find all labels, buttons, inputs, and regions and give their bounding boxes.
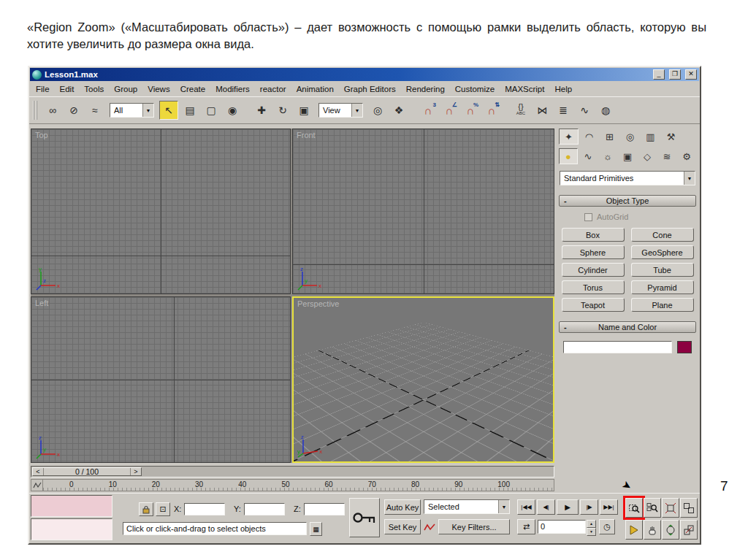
select-object-icon[interactable]: ↖ (159, 101, 178, 120)
track-bar[interactable]: 0 10 20 30 40 50 60 70 80 90 100 (31, 479, 554, 491)
object-color-swatch[interactable] (677, 341, 692, 353)
mirror-icon[interactable]: ⋈ (533, 101, 552, 120)
reference-coordinate-dropdown[interactable]: View ▼ (318, 103, 363, 118)
time-spinner[interactable]: ▲ ▼ (587, 520, 596, 536)
field-of-view-button[interactable] (625, 520, 643, 540)
tab-hierarchy-icon[interactable]: ⊞ (600, 129, 619, 145)
name-and-color-rollout[interactable]: - Name and Color (559, 321, 696, 333)
chevron-down-icon[interactable]: ▼ (684, 172, 695, 185)
mini-curve-editor-icon[interactable] (31, 480, 43, 491)
use-pivot-center-icon[interactable]: ◎ (368, 101, 387, 120)
auto-key-button[interactable]: Auto Key (384, 499, 421, 515)
x-coordinate-field[interactable] (184, 503, 225, 515)
menu-views[interactable]: Views (148, 85, 169, 93)
pyramid-button[interactable]: Pyramid (631, 280, 694, 294)
select-and-rotate-icon[interactable]: ↻ (273, 101, 292, 120)
subtab-lights-icon[interactable]: ☼ (598, 148, 617, 164)
autogrid-checkbox[interactable] (584, 213, 592, 221)
set-keys-key-button[interactable] (349, 498, 380, 537)
maxscript-listener-white[interactable] (31, 518, 112, 540)
menu-maxscript[interactable]: MAXScript (505, 85, 544, 93)
tab-utilities-icon[interactable]: ⚒ (661, 129, 681, 145)
chevron-down-icon[interactable]: ▼ (142, 104, 153, 117)
viewport-top-label[interactable]: Top (35, 131, 48, 139)
zoom-all-button[interactable] (644, 498, 661, 518)
menu-tools[interactable]: Tools (84, 85, 104, 93)
viewport-left[interactable]: Left zxy (31, 296, 291, 463)
viewport-left-label[interactable]: Left (35, 299, 48, 307)
teapot-button[interactable]: Teapot (562, 298, 625, 312)
subtab-space-warps-icon[interactable]: ≋ (657, 148, 676, 164)
go-to-start-button[interactable]: |◀◀ (517, 499, 535, 515)
unlink-selection-icon[interactable]: ⊘ (64, 101, 83, 120)
menu-group[interactable]: Group (114, 85, 137, 93)
previous-frame-arrow[interactable]: < (33, 468, 44, 475)
next-frame-arrow[interactable]: > (130, 468, 141, 475)
tab-display-icon[interactable]: ▥ (641, 129, 660, 145)
menu-help[interactable]: Help (554, 85, 572, 93)
percent-snap-icon[interactable]: ∩ % (461, 101, 480, 120)
zoom-extents-all-button[interactable] (680, 498, 698, 518)
menu-rendering[interactable]: Rendering (406, 85, 445, 93)
spinner-down-icon[interactable]: ▼ (587, 528, 596, 536)
category-dropdown[interactable]: Standard Primitives ▼ (560, 171, 695, 185)
key-filters-button[interactable]: Key Filters... (438, 519, 510, 534)
subtab-shapes-icon[interactable]: ∿ (579, 148, 598, 164)
time-slider-track[interactable]: < 0 / 100 > (31, 466, 554, 477)
viewport-front[interactable]: Front zxy (292, 129, 554, 294)
pan-hand-button[interactable] (644, 520, 661, 540)
spinner-snap-icon[interactable]: ∩ ⇅ (482, 101, 501, 120)
minimize-button[interactable]: _ (653, 69, 665, 80)
time-configuration-button[interactable]: ◷ (599, 519, 615, 534)
tab-motion-icon[interactable]: ◎ (620, 129, 640, 145)
subtab-cameras-icon[interactable]: ▣ (618, 148, 637, 164)
arc-rotate-button[interactable] (662, 520, 679, 540)
menu-graph-editors[interactable]: Graph Editors (344, 85, 396, 93)
select-and-link-icon[interactable]: ∞ (43, 101, 62, 120)
z-coordinate-field[interactable] (304, 503, 345, 515)
menu-animation[interactable]: Animation (297, 85, 334, 93)
plane-button[interactable]: Plane (631, 298, 694, 312)
subtab-helpers-icon[interactable]: ◇ (638, 148, 657, 164)
key-mode-toggle-button[interactable]: ⇄ (517, 519, 535, 534)
select-by-name-icon[interactable]: ▤ (180, 101, 199, 120)
select-and-move-icon[interactable]: ✚ (252, 101, 271, 120)
chevron-down-icon[interactable]: ▼ (351, 104, 362, 117)
named-selection-sets-icon[interactable]: {} ABC (511, 101, 530, 120)
toolbar-handle[interactable] (33, 101, 37, 120)
menu-customize[interactable]: Customize (455, 85, 495, 93)
tab-create-icon[interactable]: ✦ (559, 129, 579, 145)
spinner-up-icon[interactable]: ▲ (587, 520, 596, 528)
subtab-geometry-icon[interactable]: ● (559, 148, 578, 164)
min-max-toggle-button[interactable] (680, 520, 698, 540)
material-editor-icon[interactable]: ◍ (596, 101, 615, 120)
maxscript-listener-pink[interactable] (31, 495, 112, 517)
current-time-field[interactable]: 0 (538, 520, 586, 534)
maximize-button[interactable]: ❐ (669, 69, 681, 80)
zoom-extents-button[interactable] (662, 498, 679, 518)
tab-modify-icon[interactable]: ◠ (579, 129, 599, 145)
angle-snap-icon[interactable]: ∩ ∠ (440, 101, 459, 120)
viewport-top[interactable]: Top yxz (31, 129, 291, 294)
select-and-scale-icon[interactable]: ▣ (294, 101, 313, 120)
cylinder-button[interactable]: Cylinder (562, 263, 625, 277)
absolute-mode-icon[interactable]: ⊡ (156, 502, 170, 516)
selection-lock-icon[interactable] (139, 502, 153, 516)
menu-modifiers[interactable]: Modifiers (215, 85, 250, 93)
next-frame-button[interactable]: |▶ (580, 499, 598, 515)
menu-edit[interactable]: Edit (60, 85, 75, 93)
snap-toggle-3d-icon[interactable]: ∩ 3 (419, 101, 438, 120)
sphere-button[interactable]: Sphere (562, 245, 625, 259)
track-bar-ruler[interactable]: 0 10 20 30 40 50 60 70 80 90 100 (43, 480, 554, 491)
selection-filter-dropdown[interactable]: All ▼ (110, 103, 154, 118)
viewport-perspective-label[interactable]: Perspective (297, 299, 339, 308)
menu-file[interactable]: File (36, 85, 50, 93)
y-coordinate-field[interactable] (244, 503, 285, 515)
viewport-front-label[interactable]: Front (297, 131, 316, 139)
cone-button[interactable]: Cone (631, 228, 694, 242)
window-crossing-icon[interactable]: ◉ (223, 101, 242, 120)
region-zoom-button[interactable] (625, 498, 643, 518)
tube-button[interactable]: Tube (631, 263, 694, 277)
align-icon[interactable]: ≣ (554, 101, 573, 120)
go-to-end-button[interactable]: ▶▶| (600, 499, 618, 515)
